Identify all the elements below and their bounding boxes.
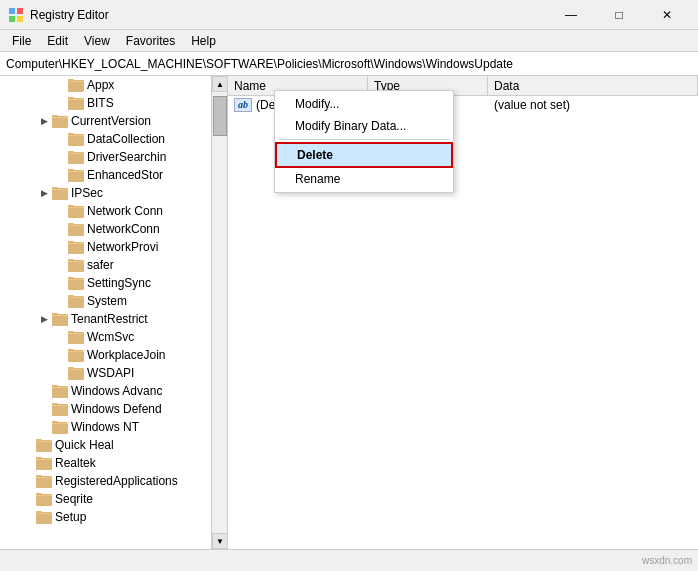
folder-icon [68, 276, 84, 290]
tree-item-registeredapps[interactable]: RegisteredApplications [0, 472, 227, 490]
tree-item-bits[interactable]: BITS [0, 94, 227, 112]
context-modify-label: Modify... [295, 97, 339, 111]
tree-item-enhancedstor[interactable]: EnhancedStor [0, 166, 227, 184]
folder-icon [52, 384, 68, 398]
tree-item-wsdapi[interactable]: WSDAPI [0, 364, 227, 382]
tree-label: BITS [87, 96, 114, 110]
tree-item-wcmsvc[interactable]: WcmSvc [0, 328, 227, 346]
scroll-up-arrow[interactable]: ▲ [212, 76, 228, 92]
menu-edit[interactable]: Edit [39, 32, 76, 50]
tree-item-realtek[interactable]: Realtek [0, 454, 227, 472]
tree-label: SettingSync [87, 276, 151, 290]
svg-rect-2 [9, 16, 15, 22]
expand-icon [52, 149, 68, 165]
svg-rect-1 [17, 8, 23, 14]
context-menu-modify[interactable]: Modify... [275, 93, 453, 115]
tree-item-currentversion[interactable]: ▶ CurrentVersion [0, 112, 227, 130]
expand-icon [52, 167, 68, 183]
folder-icon [52, 114, 68, 128]
title-bar: Registry Editor — □ ✕ [0, 0, 698, 30]
tree-label: TenantRestrict [71, 312, 148, 326]
expand-icon [52, 77, 68, 93]
expand-icon [20, 437, 36, 453]
tree-label: NetworkConn [87, 222, 160, 236]
tree-item-setup[interactable]: Setup [0, 508, 227, 526]
expand-icon [36, 401, 52, 417]
context-menu: Modify... Modify Binary Data... Delete R… [274, 90, 454, 193]
tree-item-quickheal[interactable]: Quick Heal [0, 436, 227, 454]
folder-icon [36, 492, 52, 506]
expand-icon [52, 293, 68, 309]
expand-icon [52, 131, 68, 147]
expand-icon [20, 455, 36, 471]
tree-item-windowsadvanc[interactable]: Windows Advanc [0, 382, 227, 400]
tree-label: Appx [87, 78, 114, 92]
folder-icon [52, 402, 68, 416]
tree-item-settingsync[interactable]: SettingSync [0, 274, 227, 292]
tree-label: Quick Heal [55, 438, 114, 452]
tree-label: Realtek [55, 456, 96, 470]
folder-icon [68, 96, 84, 110]
menu-help[interactable]: Help [183, 32, 224, 50]
folder-icon [68, 168, 84, 182]
folder-icon [68, 294, 84, 308]
address-bar: Computer\HKEY_LOCAL_MACHINE\SOFTWARE\Pol… [0, 52, 698, 76]
tree-item-networkconn1[interactable]: Network Conn [0, 202, 227, 220]
column-data[interactable]: Data [488, 76, 698, 95]
expand-icon [52, 239, 68, 255]
folder-icon [68, 222, 84, 236]
folder-icon [36, 456, 52, 470]
folder-icon [36, 510, 52, 524]
folder-icon [68, 258, 84, 272]
tree-label: WorkplaceJoin [87, 348, 165, 362]
folder-icon [68, 348, 84, 362]
ab-icon: ab [234, 98, 252, 112]
minimize-button[interactable]: — [548, 0, 594, 30]
tree-item-system[interactable]: System [0, 292, 227, 310]
menu-favorites[interactable]: Favorites [118, 32, 183, 50]
folder-icon [52, 420, 68, 434]
tree-item-networkconn2[interactable]: NetworkConn [0, 220, 227, 238]
right-panel: Name Type Data ab (Default) (value not s… [228, 76, 698, 549]
svg-rect-3 [17, 16, 23, 22]
tree-item-tenantrestrict[interactable]: ▶ TenantRestrict [0, 310, 227, 328]
maximize-button[interactable]: □ [596, 0, 642, 30]
tree-item-datacollection[interactable]: DataCollection [0, 130, 227, 148]
menu-view[interactable]: View [76, 32, 118, 50]
tree-scroll[interactable]: Appx BITS ▶ CurrentVersion DataCollectio… [0, 76, 227, 549]
folder-icon [68, 78, 84, 92]
tree-item-ipsec[interactable]: ▶ IPSec [0, 184, 227, 202]
tree-label: Windows Defend [71, 402, 162, 416]
window-title: Registry Editor [30, 8, 548, 22]
folder-icon [52, 186, 68, 200]
tree-item-networkprovi[interactable]: NetworkProvi [0, 238, 227, 256]
expand-icon: ▶ [36, 185, 52, 201]
expand-icon [52, 365, 68, 381]
tree-item-seqrite[interactable]: Seqrite [0, 490, 227, 508]
context-menu-delete[interactable]: Delete [275, 142, 453, 168]
close-button[interactable]: ✕ [644, 0, 690, 30]
folder-icon [36, 438, 52, 452]
folder-icon [68, 204, 84, 218]
tree-label: NetworkProvi [87, 240, 158, 254]
expand-icon [36, 419, 52, 435]
tree-item-windowsdefend[interactable]: Windows Defend [0, 400, 227, 418]
context-menu-rename[interactable]: Rename [275, 168, 453, 190]
main-content: Appx BITS ▶ CurrentVersion DataCollectio… [0, 76, 698, 549]
tree-item-driversearch[interactable]: DriverSearchin [0, 148, 227, 166]
address-path: Computer\HKEY_LOCAL_MACHINE\SOFTWARE\Pol… [6, 57, 513, 71]
tree-item-windowsnt[interactable]: Windows NT [0, 418, 227, 436]
context-menu-modify-binary[interactable]: Modify Binary Data... [275, 115, 453, 137]
tree-item-safer[interactable]: safer [0, 256, 227, 274]
svg-rect-0 [9, 8, 15, 14]
tree-item-workplacejoin[interactable]: WorkplaceJoin [0, 346, 227, 364]
tree-label: Network Conn [87, 204, 163, 218]
tree-item-appx[interactable]: Appx [0, 76, 227, 94]
menu-file[interactable]: File [4, 32, 39, 50]
expand-icon [20, 491, 36, 507]
folder-icon [68, 240, 84, 254]
context-rename-label: Rename [295, 172, 340, 186]
scroll-down-arrow[interactable]: ▼ [212, 533, 228, 549]
tree-label: RegisteredApplications [55, 474, 178, 488]
tree-label: DriverSearchin [87, 150, 166, 164]
